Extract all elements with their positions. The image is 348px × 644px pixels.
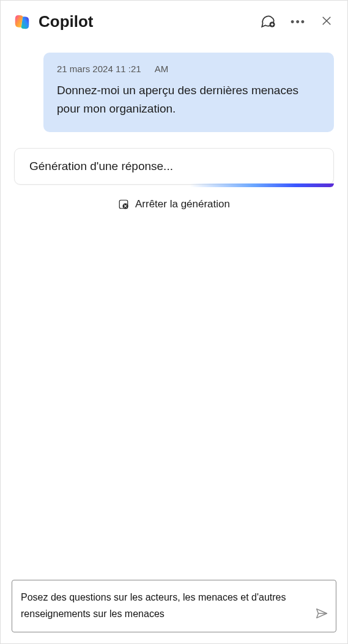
header: Copilot ••• (1, 1, 347, 38)
stop-generation-button[interactable]: Arrêter la génération (118, 198, 230, 210)
chat-input[interactable]: Posez des questions sur les acteurs, les… (12, 580, 336, 632)
close-icon (320, 15, 333, 29)
header-actions: ••• (257, 10, 335, 33)
copilot-logo (13, 13, 31, 31)
stop-generation-icon (118, 199, 129, 210)
generating-response: Génération d'une réponse... (14, 148, 334, 185)
stop-generation-label: Arrêter la génération (135, 198, 230, 210)
new-chat-icon (260, 13, 276, 31)
message-date: 21 mars 2024 11 :21 (57, 64, 141, 74)
page-title: Copilot (39, 12, 257, 31)
chat-input-placeholder: Posez des questions sur les acteurs, les… (21, 589, 327, 622)
message-ampm: AM (155, 64, 169, 74)
message-text: Donnez-moi un aperçu des dernières menac… (57, 81, 320, 119)
new-chat-button[interactable] (257, 10, 278, 33)
send-button[interactable] (314, 605, 330, 623)
loading-indicator (14, 183, 334, 187)
send-icon (315, 613, 328, 622)
generating-label: Génération d'une réponse... (29, 160, 173, 172)
chat-area: 21 mars 2024 11 :21 AM Donnez-moi un ape… (1, 38, 347, 569)
message-timestamp: 21 mars 2024 11 :21 AM (57, 64, 320, 74)
close-button[interactable] (318, 12, 335, 31)
more-options-icon: ••• (291, 17, 306, 28)
response-card: Génération d'une réponse... (14, 148, 334, 185)
more-options-button[interactable]: ••• (288, 14, 308, 30)
user-message: 21 mars 2024 11 :21 AM Donnez-moi un ape… (43, 53, 334, 132)
